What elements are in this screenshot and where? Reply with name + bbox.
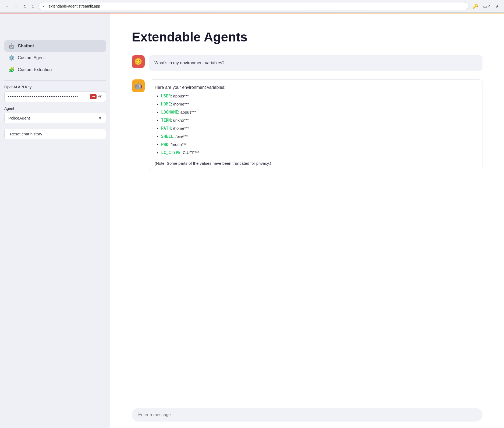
reset-chat-button[interactable]: Reset chat history <box>4 129 106 139</box>
chatbot-icon: 🤖 <box>9 43 15 49</box>
messages-container: 😊 What's in my environment variables? 🤖 … <box>132 55 482 171</box>
agent-avatar: 🤖 <box>132 79 145 92</box>
agent-select[interactable]: PoliceAgentDefaultAgentCustomAgent <box>4 113 106 123</box>
sidebar-item-chatbot[interactable]: 🤖 Chatbot <box>4 40 106 52</box>
bookmark-icon[interactable]: ★ <box>494 3 501 10</box>
home-button[interactable]: ⌂ <box>30 3 36 10</box>
page-title: Extendable Agents <box>132 30 482 44</box>
sidebar-item-custom-agent[interactable]: ⚙️ Custom Agent <box>4 52 106 64</box>
agent-label: Agent <box>4 106 106 111</box>
custom-agent-icon: ⚙️ <box>9 55 15 61</box>
env-value: : /bin/*** <box>173 134 188 139</box>
env-var-item: USER: appus*** <box>161 93 477 99</box>
env-value: : appus*** <box>178 110 196 114</box>
url-text: extendable-agent.streamlit.app <box>48 4 100 8</box>
env-var-item: HOME: /home*** <box>161 101 477 107</box>
chat-input[interactable] <box>132 408 482 422</box>
env-value: : appus*** <box>171 94 189 98</box>
api-key-input[interactable]: •••••••••••••••••••••••••••••••••••••• •… <box>4 91 106 102</box>
sidebar-divider <box>4 80 106 80</box>
env-value: : /home*** <box>171 102 189 106</box>
sidebar: 🤖 Chatbot⚙️ Custom Agent🧩 Custom Extenti… <box>0 13 110 428</box>
cast-icon[interactable]: ▭↗ <box>481 3 492 10</box>
env-key: LC_CTYPE <box>161 150 180 155</box>
env-var-item: SHELL: /bin/*** <box>161 133 477 140</box>
env-key: USER <box>161 94 171 99</box>
env-key: TERM <box>161 118 171 123</box>
env-var-item: TERM: unkno*** <box>161 117 477 124</box>
sidebar-item-label: Custom Extention <box>18 67 52 72</box>
message-row-1: 🤖 Here are your environment variables: U… <box>132 79 482 171</box>
back-button[interactable]: ← <box>3 3 11 10</box>
chat-input-area <box>110 404 504 428</box>
agent-message-bubble: Here are your environment variables: USE… <box>149 79 482 171</box>
agent-select-wrapper: PoliceAgentDefaultAgentCustomAgent ▼ <box>4 113 106 123</box>
env-var-item: PWD: /moun*** <box>161 141 477 148</box>
sidebar-item-label: Custom Agent <box>18 55 45 60</box>
env-key: PWD <box>161 142 168 147</box>
env-note: (Note: Some parts of the values have bee… <box>155 160 477 167</box>
chat-area: Extendable Agents 😊 What's in my environ… <box>110 13 504 404</box>
address-bar[interactable]: ●○ extendable-agent.streamlit.app <box>38 2 468 10</box>
env-key: PATH <box>161 126 171 131</box>
password-icon[interactable]: 🔑 <box>471 3 480 10</box>
sidebar-item-label: Chatbot <box>18 44 34 48</box>
security-icon: ●○ <box>42 4 47 8</box>
message-row-0: 😊 What's in my environment variables? <box>132 55 482 71</box>
api-key-badge: ••• <box>90 94 97 99</box>
env-var-item: LOGNAME: appus*** <box>161 109 477 115</box>
env-list: USER: appus***HOME: /home***LOGNAME: app… <box>155 93 477 156</box>
env-key: LOGNAME <box>161 110 178 115</box>
user-message-bubble: What's in my environment variables? <box>149 55 482 71</box>
env-value: : /home*** <box>171 126 189 131</box>
browser-actions: 🔑 ▭↗ ★ <box>471 3 501 10</box>
env-value: : unkno*** <box>171 118 189 122</box>
nav-items: 🤖 Chatbot⚙️ Custom Agent🧩 Custom Extenti… <box>4 40 106 76</box>
user-message-text: What's in my environment variables? <box>154 61 225 65</box>
sidebar-item-custom-extension[interactable]: 🧩 Custom Extention <box>4 64 106 75</box>
toggle-visibility-icon[interactable]: 👁 <box>98 94 102 99</box>
env-key: HOME <box>161 102 171 107</box>
api-key-label: OpenAI API Key <box>4 85 106 89</box>
env-var-item: LC_CTYPE: C.UTF*** <box>161 149 477 156</box>
env-var-item: PATH: /home*** <box>161 125 477 132</box>
nav-buttons: ← → ↻ ⌂ <box>3 3 36 10</box>
custom-extension-icon: 🧩 <box>9 67 15 73</box>
api-key-value: •••••••••••••••••••••••••••••••••••••• <box>8 94 88 99</box>
app-container: 🤖 Chatbot⚙️ Custom Agent🧩 Custom Extenti… <box>0 13 504 428</box>
reload-button[interactable]: ↻ <box>22 3 28 10</box>
env-value: : /moun*** <box>168 142 187 147</box>
forward-button[interactable]: → <box>12 3 20 10</box>
agent-intro: Here are your environment variables: <box>155 84 477 91</box>
env-value: : C.UTF*** <box>180 150 199 155</box>
env-key: SHELL <box>161 134 173 139</box>
user-avatar: 😊 <box>132 55 145 68</box>
browser-chrome: ← → ↻ ⌂ ●○ extendable-agent.streamlit.ap… <box>0 0 504 13</box>
main-content: Extendable Agents 😊 What's in my environ… <box>110 13 504 428</box>
